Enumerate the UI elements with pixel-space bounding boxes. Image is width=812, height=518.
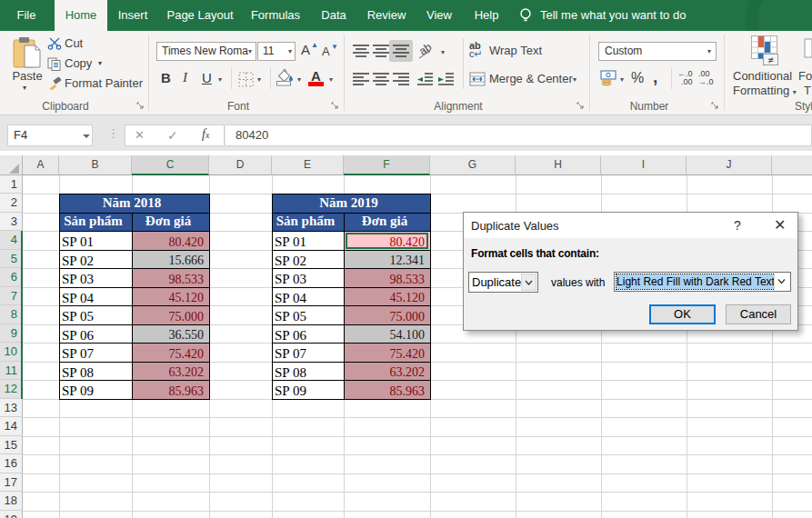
svg-text:≠: ≠ xyxy=(767,55,773,65)
